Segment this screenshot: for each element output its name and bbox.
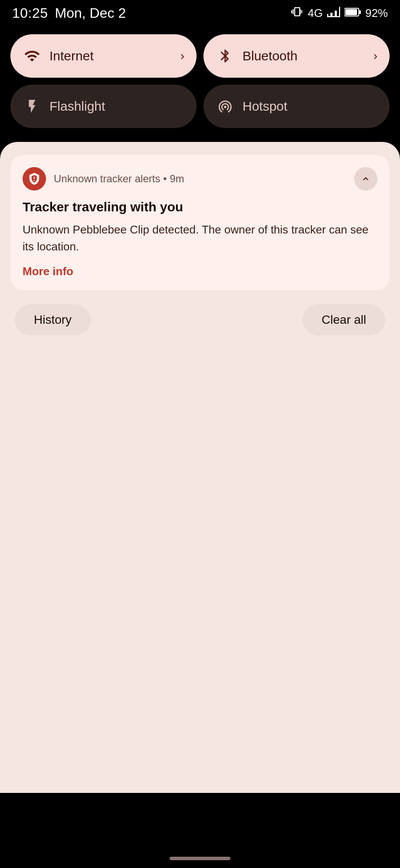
tile-internet[interactable]: Internet › [10,34,197,78]
signal-icon [23,46,42,66]
tile-internet-label: Internet [49,49,173,63]
action-buttons: History Clear all [10,304,390,335]
signal-icon [327,6,340,21]
tile-hotspot-label: Hotspot [243,99,377,114]
notification-app: Unknown tracker alerts [54,173,160,184]
notification-card: Unknown tracker alerts • 9m Tracker trav… [10,155,390,290]
tile-bluetooth[interactable]: Bluetooth › [203,34,390,78]
status-icons: 4G 92% [291,6,388,21]
more-info-link[interactable]: More info [23,265,377,278]
battery-icon [344,7,361,20]
notification-body: Unknown Pebblebee Clip detected. The own… [23,221,377,255]
alert-icon [23,167,46,191]
tile-flashlight-label: Flashlight [49,99,184,114]
svg-rect-2 [345,9,357,15]
clear-all-button[interactable]: Clear all [302,304,385,335]
tile-hotspot[interactable]: Hotspot [203,85,390,128]
bluetooth-icon [216,46,235,66]
notification-title: Tracker traveling with you [23,198,377,215]
svg-marker-0 [327,7,340,17]
notification-time: 9m [170,173,184,184]
network-type: 4G [308,7,323,20]
flashlight-icon [23,97,42,116]
status-bar: 10:25 Mon, Dec 2 4G 92% [0,0,400,26]
status-date: Mon, Dec 2 [55,5,126,21]
battery-percentage: 92% [365,7,388,20]
chevron-right-icon: › [180,49,184,63]
hotspot-icon [216,97,235,116]
notification-separator: • [163,173,170,184]
notification-meta: Unknown tracker alerts • 9m [54,173,346,185]
tile-bluetooth-label: Bluetooth [243,49,366,63]
quick-tiles-grid: Internet › Bluetooth › Flashlight Hotspo… [0,26,400,138]
notification-header: Unknown tracker alerts • 9m [23,167,377,191]
svg-rect-3 [359,10,361,14]
tile-flashlight[interactable]: Flashlight [10,85,197,128]
chevron-right-icon: › [374,49,377,63]
history-button[interactable]: History [15,304,91,335]
home-indicator [170,857,230,860]
notification-panel: Unknown tracker alerts • 9m Tracker trav… [0,142,400,793]
status-time: 10:25 [12,5,48,21]
expand-button[interactable] [354,167,377,191]
vibrate-icon [291,6,303,21]
